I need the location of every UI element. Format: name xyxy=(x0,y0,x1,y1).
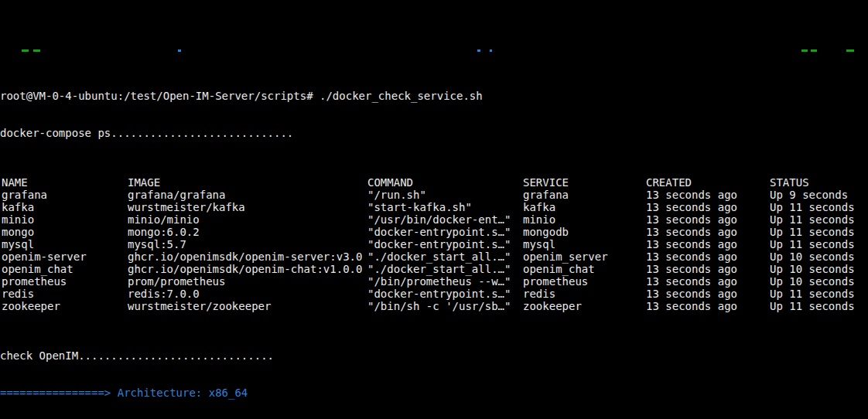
table-cell: 13 seconds ago xyxy=(646,238,737,250)
table-cell: 13 seconds ago xyxy=(646,300,737,312)
table-cell: prometheus xyxy=(523,275,588,288)
table-cell: minio xyxy=(2,213,34,226)
table-row: prometheusprom/prometheus"/bin/prometheu… xyxy=(0,275,868,288)
table-cell: ghcr.io/openimsdk/openim-chat:v1.0.0 xyxy=(128,263,362,275)
table-header-row: NAMEIMAGECOMMANDSERVICECREATEDSTATUS xyxy=(0,176,868,189)
table-cell: "docker-entrypoint.s…" xyxy=(367,288,511,300)
table-cell: minio xyxy=(523,213,555,226)
table-row: openim_chatghcr.io/openimsdk/openim-chat… xyxy=(0,263,868,275)
table-cell: IMAGE xyxy=(128,176,160,189)
table-cell: mongo:6.0.2 xyxy=(128,226,200,238)
table-cell: 13 seconds ago xyxy=(646,263,737,275)
table-cell: redis xyxy=(523,288,555,300)
table-cell: openim_server xyxy=(523,250,608,263)
table-cell: minio/minio xyxy=(128,213,200,226)
table-row: miniominio/minio"/usr/bin/docker-ent…"mi… xyxy=(0,213,868,226)
clipped-text-fragment xyxy=(811,49,817,52)
table-cell: "start-kafka.sh" xyxy=(367,201,472,213)
table-cell: zookeeper xyxy=(2,300,60,312)
table-cell: mongo xyxy=(2,226,34,238)
table-cell: 13 seconds ago xyxy=(646,226,737,238)
table-cell: Up 11 seconds xyxy=(770,213,855,226)
table-cell: Up 9 seconds xyxy=(770,189,848,201)
table-cell: openim_chat xyxy=(2,263,73,275)
table-cell: redis:7.0.0 xyxy=(128,288,200,300)
table-cell: prom/prometheus xyxy=(128,275,225,288)
table-cell: 13 seconds ago xyxy=(646,275,737,288)
table-row: zookeeperwurstmeister/zookeeper"/bin/sh … xyxy=(0,300,868,312)
table-cell: mysql xyxy=(523,238,555,250)
table-cell: "./docker_start_all.…" xyxy=(367,263,511,275)
clipped-text-fragment xyxy=(490,49,492,52)
clipped-previous-line xyxy=(0,49,868,53)
table-cell: "docker-entrypoint.s…" xyxy=(367,226,511,238)
docker-compose-ps-line: docker-compose ps.......................… xyxy=(0,127,868,139)
table-cell: mongodb xyxy=(523,226,569,238)
table-cell: wurstmeister/zookeeper xyxy=(128,300,271,312)
table-cell: Up 10 seconds xyxy=(770,250,855,263)
table-cell: SERVICE xyxy=(523,176,569,189)
table-cell: mysql:5.7 xyxy=(128,238,186,250)
table-row: redisredis:7.0.0"docker-entrypoint.s…"re… xyxy=(0,288,868,300)
table-cell: COMMAND xyxy=(367,176,413,189)
table-cell: "/bin/prometheus --w…" xyxy=(367,275,511,288)
clipped-text-fragment xyxy=(22,49,29,52)
table-row: openim-serverghcr.io/openimsdk/openim-se… xyxy=(0,250,868,263)
table-cell: Up 11 seconds xyxy=(770,300,855,312)
docker-ps-table: NAMEIMAGECOMMANDSERVICECREATEDSTATUSgraf… xyxy=(0,176,868,312)
table-cell: openim_chat xyxy=(523,263,595,275)
table-cell: "./docker_start_all.…" xyxy=(367,250,511,263)
table-cell: Up 10 seconds xyxy=(770,275,855,288)
table-row: grafanagrafana/grafana"/run.sh"grafana13… xyxy=(0,189,868,201)
table-cell: openim-server xyxy=(2,250,87,263)
shell-prompt-command: root@VM-0-4-ubuntu:/test/Open-IM-Server/… xyxy=(0,90,868,102)
clipped-text-fragment xyxy=(178,49,181,52)
table-cell: zookeeper xyxy=(523,300,582,312)
table-cell: prometheus xyxy=(2,275,67,288)
check-openim-line: check OpenIM............................… xyxy=(0,349,868,362)
table-cell: grafana xyxy=(523,189,569,201)
table-cell: redis xyxy=(2,288,34,300)
table-cell: kafka xyxy=(523,201,555,213)
clipped-text-fragment xyxy=(477,49,480,52)
table-cell: Up 11 seconds xyxy=(770,238,855,250)
terminal-window[interactable]: root@VM-0-4-ubuntu:/test/Open-IM-Server/… xyxy=(0,0,868,419)
table-cell: kafka xyxy=(2,201,34,213)
table-cell: 13 seconds ago xyxy=(646,189,737,201)
table-cell: 13 seconds ago xyxy=(646,288,737,300)
table-cell: Up 11 seconds xyxy=(770,226,855,238)
architecture-line: ================> Architecture: x86_64 xyxy=(0,387,868,399)
table-cell: 13 seconds ago xyxy=(646,250,737,263)
table-cell: CREATED xyxy=(646,176,692,189)
table-cell: wurstmeister/kafka xyxy=(128,201,245,213)
table-row: mongomongo:6.0.2"docker-entrypoint.s…"mo… xyxy=(0,226,868,238)
table-cell: 13 seconds ago xyxy=(646,213,737,226)
table-row: kafkawurstmeister/kafka"start-kafka.sh"k… xyxy=(0,201,868,213)
table-cell: Up 10 seconds xyxy=(770,263,855,275)
table-cell: ghcr.io/openimsdk/openim-server:v3.0 xyxy=(128,250,362,263)
table-cell: NAME xyxy=(2,176,28,189)
clipped-text-fragment xyxy=(846,49,854,52)
table-cell: grafana/grafana xyxy=(128,189,225,201)
table-cell: 13 seconds ago xyxy=(646,201,737,213)
table-cell: STATUS xyxy=(770,176,809,189)
table-cell: "/usr/bin/docker-ent…" xyxy=(367,213,511,226)
table-row: mysqlmysql:5.7"docker-entrypoint.s…"mysq… xyxy=(0,238,868,250)
table-cell: "/run.sh" xyxy=(367,189,426,201)
table-cell: Up 11 seconds xyxy=(770,288,855,300)
table-cell: grafana xyxy=(2,189,47,201)
clipped-text-fragment xyxy=(33,49,40,52)
clipped-text-fragment xyxy=(801,49,808,52)
table-cell: "/bin/sh -c '/usr/sb…" xyxy=(367,300,511,312)
table-cell: Up 11 seconds xyxy=(770,201,855,213)
table-cell: "docker-entrypoint.s…" xyxy=(367,238,511,250)
table-cell: mysql xyxy=(2,238,34,250)
